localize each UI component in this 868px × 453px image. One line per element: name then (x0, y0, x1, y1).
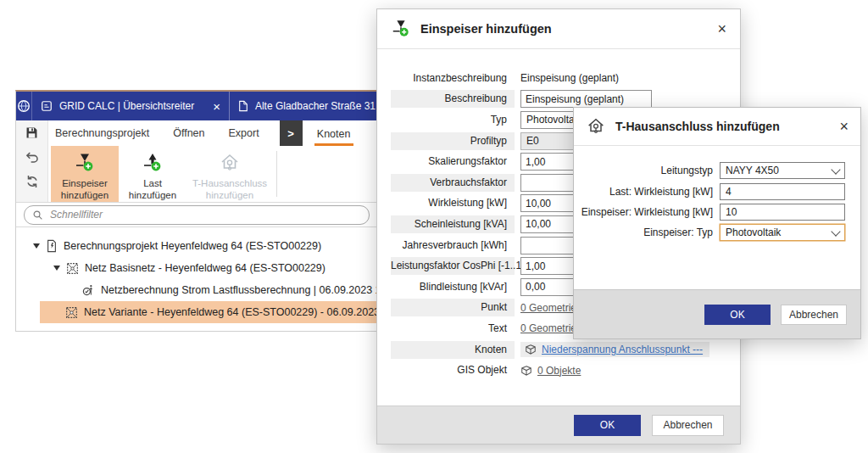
t-hausanschluss-hinzufuegen-button[interactable]: T-Hausanschluss hinzufügen (186, 146, 273, 202)
einspeiser-hinzufuegen-button[interactable]: Einspeiser hinzufügen (51, 146, 119, 202)
leitungstyp-select[interactable]: NAYY 4X50 (720, 162, 845, 179)
context-tab-label: Knoten (315, 128, 353, 140)
last-wirkleistung-input[interactable] (720, 183, 845, 200)
form-row-knoten: Knoten Niederspannung Anschlusspunkt --- (377, 339, 740, 361)
tab-grid-calc[interactable]: GRID CALC | Übersichtsreiter × (32, 92, 230, 120)
cancel-button[interactable]: Abbrechen (652, 415, 724, 436)
tab-close-icon[interactable]: × (213, 100, 220, 113)
quick-filter-row (16, 202, 378, 227)
leitungstyp-select-value: NAYY 4X50 (726, 165, 779, 176)
screenshot-stage: GRID CALC | Übersichtsreiter × Alte Glad… (0, 0, 868, 453)
ribbon-main: Berechnungsprojekt Öffnen Export > Knote… (48, 120, 378, 202)
einspeiser-typ-select-value: Photovoltaik (726, 226, 781, 238)
einspeiser-wirkleistung-input[interactable] (720, 204, 845, 221)
field-label: Leitungstyp (661, 165, 720, 176)
field-label: Profiltyp (391, 132, 515, 150)
field-label: GIS Objekt (391, 361, 515, 379)
einspeiser-dialog-footer: OK Abbrechen (377, 405, 740, 444)
cancel-button[interactable]: Abbrechen (781, 305, 847, 325)
context-tab-knoten[interactable]: Knoten (314, 120, 353, 146)
menu-berechnungsprojekt[interactable]: Berechnungsprojekt (48, 120, 161, 146)
field-label: Skalierungsfaktor (391, 153, 515, 171)
last-hinzufuegen-button[interactable]: Last hinzufügen (119, 146, 186, 202)
app-logo[interactable] (16, 92, 32, 120)
house-connection-icon (586, 116, 606, 137)
t-hausanschluss-dialog: T-Hausanschluss hinzufügen × Leitungstyp… (573, 107, 861, 339)
field-label: Wirkleistung [kW] (391, 194, 515, 212)
field-label: Einspeiser: Typ (643, 226, 720, 238)
tree-item-label: Netzberechnung Strom Lastflussberechnung… (101, 284, 416, 296)
ok-button[interactable]: OK (574, 415, 641, 436)
t-dialog-header: T-Hausanschluss hinzufügen × (574, 108, 860, 146)
hausanschluss-button-label: T-Hausanschluss hinzufügen (186, 177, 273, 202)
menu-oeffnen[interactable]: Öffnen (161, 120, 216, 146)
einspeiser-typ-select[interactable]: Photovoltaik (720, 224, 845, 241)
field-label: Einspeiser: Wirkleistung [kW] (581, 206, 720, 218)
tree-item-berechnungsprojekt[interactable]: Berechnungsprojekt Heyenfeldweg 64 (ES-S… (16, 235, 378, 257)
document-tab-icon (238, 100, 248, 112)
expand-triangle-icon[interactable] (53, 266, 60, 271)
field-label: Leistungsfaktor CosPhi [-1..1] (391, 257, 515, 275)
field-label: Punkt (391, 299, 515, 316)
main-window: GRID CALC | Übersichtsreiter × Alte Glad… (15, 90, 378, 332)
side-toolbar (16, 120, 48, 202)
field-label: Scheinleistung [kVA] (391, 215, 515, 233)
t-dialog-form: Leitungstyp NAYY 4X50 Last: Wirkleistung… (574, 160, 860, 243)
title-bar: GRID CALC | Übersichtsreiter × Alte Glad… (16, 92, 378, 120)
form-row-einspeiser-typ: Einspeiser: Typ Photovoltaik (574, 222, 860, 243)
instanzbeschreibung-value: Einspeisung (geplant) (520, 72, 619, 84)
cube-icon (520, 365, 532, 377)
dialog-title: Einspeiser hinzufügen (420, 22, 552, 36)
field-label: Text (391, 320, 515, 338)
menu-bar: Berechnungsprojekt Öffnen Export > Knote… (48, 120, 378, 146)
network-icon (66, 262, 79, 275)
gis-objekte-link[interactable]: 0 Objekte (537, 365, 581, 377)
einspeiser-button-label: Einspeiser hinzufügen (51, 177, 119, 202)
form-row-last-wirkleistung: Last: Wirkleistung [kW] (574, 181, 860, 201)
field-label: Knoten (391, 341, 515, 359)
tree-item-netz-variante-selected[interactable]: Netz Variante - Heyenfeldweg 64 (ES-STO0… (40, 301, 378, 323)
load-add-icon (142, 152, 164, 174)
quick-filter[interactable] (24, 205, 370, 225)
form-row-einspeiser-wirkleistung: Einspeiser: Wirkleistung [kW] (574, 202, 860, 222)
beschreibung-input[interactable] (520, 90, 652, 108)
refresh-icon[interactable] (25, 174, 40, 189)
feeder-add-icon (74, 152, 96, 174)
feeder-add-icon (391, 19, 411, 39)
project-document-icon (46, 239, 58, 253)
grid-calc-logo-icon (16, 98, 31, 114)
project-tree: Berechnungsprojekt Heyenfeldweg 64 (ES-S… (16, 227, 378, 323)
field-label: Typ (391, 111, 515, 129)
einspeiser-dialog-header: Einspeiser hinzufügen × (377, 9, 740, 49)
network-icon (65, 306, 78, 319)
field-label: Beschreibung (391, 90, 515, 108)
save-icon[interactable] (25, 126, 39, 140)
field-label: Jahresverbrauch [kWh] (391, 237, 515, 254)
profiltyp-select-value: E0 (526, 135, 539, 147)
form-row-gis-objekt: GIS Objekt 0 Objekte (377, 360, 740, 381)
dialog-title: T-Hausanschluss hinzufügen (615, 120, 780, 133)
tree-item-label: Netz Basisnetz - Heyenfeldweg 64 (ES-STO… (85, 262, 326, 274)
menu-overflow-button[interactable]: > (280, 120, 303, 146)
close-icon[interactable]: × (717, 21, 726, 36)
chevron-down-icon (831, 165, 840, 174)
menu-export[interactable]: Export (217, 120, 271, 146)
ok-button[interactable]: OK (704, 305, 771, 325)
text-geometry-link[interactable]: 0 Geometrie (520, 322, 576, 334)
form-row-leitungstyp: Leitungstyp NAYY 4X50 (574, 160, 860, 181)
tree-item-label: Netz Variante - Heyenfeldweg 64 (ES-STO0… (84, 306, 424, 318)
tree-item-netz-basisnetz[interactable]: Netz Basisnetz - Heyenfeldweg 64 (ES-STO… (16, 257, 378, 279)
expand-triangle-icon[interactable] (33, 243, 40, 249)
undo-icon[interactable] (25, 149, 40, 165)
quick-filter-input[interactable] (48, 208, 361, 221)
tree-item-netzberechnung[interactable]: Netzberechnung Strom Lastflussberechnung… (16, 279, 378, 301)
close-icon[interactable]: × (839, 119, 849, 134)
search-icon (32, 210, 43, 221)
field-label: Instanzbeschreibung (391, 70, 515, 87)
chevron-down-icon (831, 226, 840, 236)
punkt-geometry-link[interactable]: 0 Geometrie (520, 302, 576, 314)
tab-grid-calc-label: GRID CALC | Übersichtsreiter (59, 100, 194, 112)
house-connection-icon (219, 152, 241, 174)
knoten-link[interactable]: Niederspannung Anschlusspunkt --- (542, 344, 703, 355)
calculation-icon (81, 283, 95, 297)
